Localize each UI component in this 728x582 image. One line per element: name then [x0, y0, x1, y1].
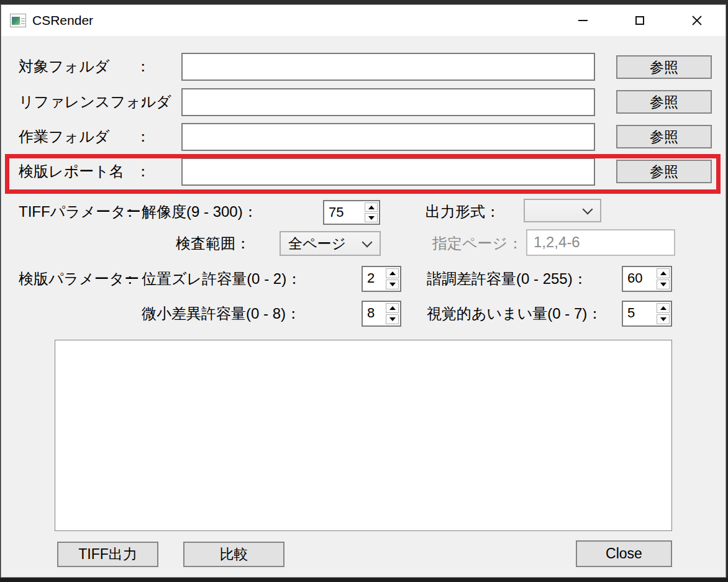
triangle-down-icon [660, 283, 667, 286]
micro-diff-tolerance-label: 微小差異許容量(0 - 8)： [142, 305, 301, 322]
minimize-icon [578, 20, 588, 21]
inspect-range-value: 全ページ [281, 234, 363, 253]
chevron-down-icon [583, 204, 593, 215]
micro-spin-down-button[interactable] [386, 314, 399, 324]
position-tolerance-label: 位置ズレ許容量(0 - 2)： [142, 270, 301, 288]
position-tolerance-value[interactable]: 2 [363, 267, 384, 291]
resolution-label: 解像度(9 - 300)： [142, 203, 258, 221]
visual-spin-buttons [655, 302, 671, 325]
tone-spin-down-button[interactable] [657, 280, 670, 289]
pages-input: 1,2,4-6 [526, 229, 675, 256]
report-name-input[interactable] [181, 158, 595, 186]
label-colon: ： [122, 203, 137, 221]
close-icon [691, 15, 703, 26]
app-icon-pane [12, 17, 20, 25]
tone-tolerance-label: 諧調差許容量(0 - 255)： [427, 270, 588, 288]
tiff-output-button[interactable]: TIFF出力 [57, 542, 158, 567]
target-folder-label: 対象フォルダ [19, 58, 109, 75]
triangle-up-icon [368, 206, 375, 209]
window-title: CSRender [32, 13, 93, 28]
tone-spin-buttons [655, 267, 671, 291]
resolution-spin-down-button[interactable] [365, 213, 378, 222]
position-spin-up-button[interactable] [386, 268, 399, 278]
visual-ambiguity-spinner[interactable]: 5 [622, 301, 672, 327]
chevron-down-icon [362, 237, 373, 248]
log-listbox[interactable] [55, 340, 672, 531]
report-name-browse-button[interactable]: 参照 [616, 160, 712, 183]
close-dialog-button[interactable]: Close [576, 540, 672, 567]
position-tolerance-spinner[interactable]: 2 [362, 266, 401, 292]
compare-button[interactable]: 比較 [183, 542, 284, 567]
triangle-up-icon [389, 271, 396, 275]
target-folder-browse-button[interactable]: 参照 [616, 55, 712, 79]
output-format-label: 出力形式： [425, 203, 500, 221]
triangle-down-icon [389, 317, 396, 321]
maximize-icon [635, 16, 644, 25]
app-icon-line [21, 18, 25, 19]
close-button[interactable] [668, 5, 726, 36]
app-icon [10, 14, 26, 27]
micro-spin-buttons [384, 302, 400, 325]
position-spin-buttons [384, 267, 400, 291]
label-colon: ： [135, 128, 150, 145]
visual-ambiguity-value[interactable]: 5 [623, 302, 655, 325]
app-icon-line [21, 20, 25, 22]
tone-spin-up-button[interactable] [657, 268, 670, 278]
tone-tolerance-value[interactable]: 60 [623, 267, 655, 291]
minimize-button[interactable] [554, 5, 611, 36]
check-params-section-label: 検版パラメーター [19, 270, 139, 288]
label-colon: ： [122, 270, 137, 288]
micro-diff-tolerance-value[interactable]: 8 [363, 302, 384, 325]
visual-spin-down-button[interactable] [657, 314, 670, 324]
reference-folder-input[interactable] [181, 88, 595, 116]
resolution-spinner[interactable]: 75 [323, 200, 380, 225]
work-folder-label: 作業フォルダ [19, 128, 109, 145]
visual-spin-up-button[interactable] [657, 303, 670, 313]
target-folder-input[interactable] [181, 53, 595, 81]
resolution-value[interactable]: 75 [324, 201, 363, 224]
background-top-strip [0, 0, 728, 4]
window-controls [554, 5, 726, 36]
tone-tolerance-spinner[interactable]: 60 [622, 266, 672, 292]
work-folder-browse-button[interactable]: 参照 [616, 125, 712, 148]
report-name-label: 検版レポート名 [19, 163, 124, 180]
maximize-button[interactable] [611, 5, 668, 36]
triangle-down-icon [660, 317, 667, 321]
visual-ambiguity-label: 視覚的あいまい量(0 - 7)： [427, 305, 602, 322]
app-icon-line [21, 23, 25, 24]
reference-folder-browse-button[interactable]: 参照 [616, 90, 712, 114]
triangle-up-icon [660, 306, 667, 310]
micro-diff-tolerance-spinner[interactable]: 8 [362, 301, 401, 327]
triangle-up-icon [660, 271, 667, 275]
triangle-up-icon [389, 306, 396, 310]
position-spin-down-button[interactable] [386, 280, 399, 289]
micro-spin-up-button[interactable] [386, 303, 399, 313]
titlebar[interactable]: CSRender [1, 5, 726, 36]
triangle-down-icon [368, 216, 375, 220]
screen: CSRender 対象フォルダ ： 参照 リファレンスフォルダ ： 参照 作業フ… [0, 0, 728, 582]
resolution-spin-up-button[interactable] [365, 202, 378, 212]
label-colon: ： [135, 163, 150, 180]
label-colon: ： [135, 58, 150, 75]
resolution-spin-buttons [363, 201, 379, 224]
triangle-down-icon [389, 283, 396, 286]
inspect-range-label: 検査範囲： [176, 235, 250, 252]
output-format-combobox[interactable] [524, 199, 601, 222]
background-bottom-strip [0, 578, 728, 582]
pages-label: 指定ページ： [432, 235, 522, 252]
label-colon: ： [135, 93, 150, 111]
work-folder-input[interactable] [181, 123, 595, 151]
inspect-range-combobox[interactable]: 全ページ [280, 231, 381, 256]
